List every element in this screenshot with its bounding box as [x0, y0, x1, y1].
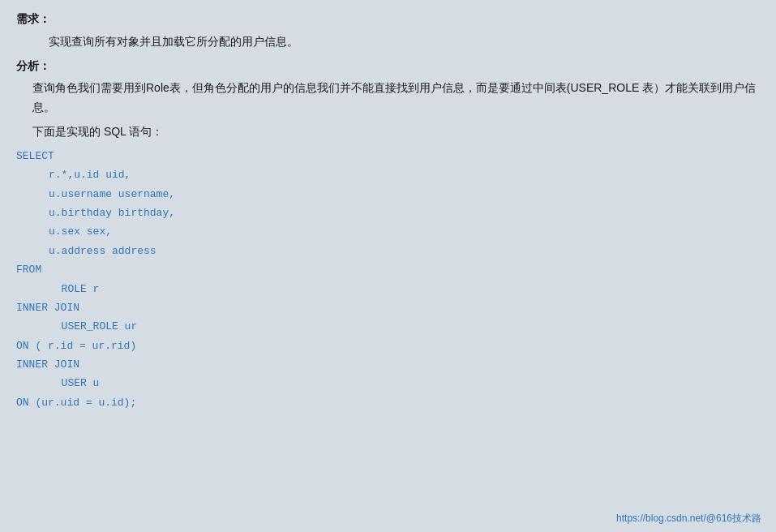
- sql-line-user: USER u: [16, 374, 760, 393]
- analysis-text: 查询角色我们需要用到Role表，但角色分配的用户的信息我们并不能直接找到用户信息…: [32, 79, 760, 118]
- sql-line-on-1: ON ( r.id = ur.rid): [16, 337, 760, 355]
- sql-title: 下面是实现的 SQL 语句：: [32, 122, 760, 142]
- need-text: 实现查询所有对象并且加载它所分配的用户信息。: [49, 32, 760, 52]
- sql-line-role: ROLE r: [16, 280, 760, 298]
- analysis-label: 分析：: [16, 59, 50, 72]
- sql-line-select: SELECT: [16, 147, 760, 165]
- watermark: https://blog.csdn.net/@616技术路: [616, 512, 761, 526]
- sql-line-from: FROM: [16, 260, 760, 279]
- sql-line-on-2: ON (ur.uid = u.id);: [16, 393, 760, 412]
- sql-line-birthday: u.birthday birthday,: [16, 204, 760, 222]
- sql-line-user-role: USER_ROLE ur: [16, 317, 760, 336]
- sql-line-sex: u.sex sex,: [16, 222, 760, 241]
- sql-line-inner-join-1: INNER JOIN: [16, 298, 760, 317]
- sql-line-r-uid: r.*,u.id uid,: [16, 165, 760, 184]
- sql-code-block: SELECT r.*,u.id uid, u.username username…: [16, 144, 760, 415]
- page-container: 需求： 实现查询所有对象并且加载它所分配的用户信息。 分析： 查询角色我们需要用…: [0, 0, 776, 532]
- analysis-block: 分析：: [16, 57, 760, 76]
- sql-line-address: u.address address: [16, 242, 760, 260]
- need-block: 需求：: [16, 10, 760, 29]
- sql-line-username: u.username username,: [16, 185, 760, 204]
- need-label: 需求：: [16, 12, 50, 25]
- sql-line-inner-join-2: INNER JOIN: [16, 355, 760, 374]
